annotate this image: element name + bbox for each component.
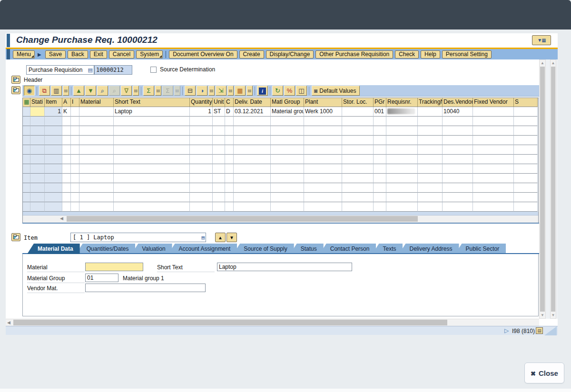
views-icon[interactable]: ◑: [197, 86, 207, 96]
cell-sel[interactable]: [23, 164, 30, 174]
cell-stor_loc[interactable]: [342, 164, 374, 174]
resize-grip[interactable]: [544, 326, 557, 335]
cell-plant[interactable]: [304, 164, 342, 174]
table-row-empty[interactable]: [23, 136, 538, 145]
personal-setting-button[interactable]: Personal Setting: [442, 50, 492, 59]
cell-stat[interactable]: [30, 126, 45, 136]
delete-icon[interactable]: ▥: [51, 86, 62, 96]
column-header-pgr[interactable]: PGr: [374, 98, 386, 107]
cell-plant[interactable]: [304, 202, 342, 212]
cell-a[interactable]: [62, 117, 71, 126]
clipboard-icon[interactable]: ◫: [296, 86, 307, 96]
cell-c[interactable]: [225, 126, 234, 136]
cell-stor_loc[interactable]: [342, 193, 374, 202]
sort-descending-icon[interactable]: ▼: [85, 86, 96, 96]
cell-des_vendor[interactable]: [443, 136, 473, 145]
column-header-i[interactable]: I: [71, 98, 79, 107]
column-header-matl_group[interactable]: Matl Group: [271, 98, 304, 107]
menu-button[interactable]: Menu: [13, 50, 35, 59]
column-header-select-all[interactable]: ▦: [23, 98, 30, 107]
cell-short_text[interactable]: [114, 202, 190, 212]
cell-stat[interactable]: [30, 174, 45, 183]
source-determination-checkbox[interactable]: [150, 67, 157, 73]
cell-fixed_vendor[interactable]: [473, 193, 514, 202]
cell-item[interactable]: [45, 145, 62, 155]
views-menu-icon[interactable]: ▤: [208, 86, 215, 96]
cell-sel[interactable]: [23, 183, 30, 193]
table-row-empty[interactable]: [23, 193, 538, 202]
cell-fixed_vendor[interactable]: [473, 117, 514, 126]
cell-stat[interactable]: [30, 107, 45, 117]
cell-plant[interactable]: [304, 193, 342, 202]
tab-delivery-address[interactable]: Delivery Address: [399, 244, 459, 254]
print-icon[interactable]: ⊟: [185, 86, 196, 96]
cell-pgr[interactable]: [374, 202, 386, 212]
table-settings-icon[interactable]: ▦: [235, 86, 246, 96]
table-row-empty[interactable]: [23, 117, 538, 126]
cell-item[interactable]: [45, 174, 62, 183]
vendor-material-input[interactable]: [85, 284, 206, 292]
cell-des_vendor[interactable]: [443, 193, 473, 202]
tab-status[interactable]: Status: [290, 244, 324, 254]
cell-c[interactable]: [225, 155, 234, 164]
cell-quantity[interactable]: 1: [190, 107, 213, 117]
cell-deliv_date[interactable]: [234, 183, 271, 193]
cell-matl_group[interactable]: [271, 183, 304, 193]
combo-dropdown-icon[interactable]: ▤: [88, 67, 93, 73]
cell-s[interactable]: [514, 183, 538, 193]
cell-matl_group[interactable]: [271, 126, 304, 136]
cell-pgr[interactable]: [374, 145, 386, 155]
table-horizontal-scrollbar[interactable]: ◀: [23, 216, 538, 223]
cell-matl_group[interactable]: [271, 145, 304, 155]
cell-stor_loc[interactable]: [342, 155, 374, 164]
cell-plant[interactable]: [304, 155, 342, 164]
column-header-trackingno[interactable]: TrackingNo: [418, 98, 443, 107]
cell-short_text[interactable]: [114, 193, 190, 202]
cell-des_vendor[interactable]: [443, 155, 473, 164]
cell-s[interactable]: [514, 117, 538, 126]
default-values-button[interactable]: ◙Default Values: [312, 86, 360, 96]
cell-matl_group[interactable]: Material group: [271, 107, 304, 117]
outer-vertical-scrollbar[interactable]: ▲ ▼: [550, 59, 556, 319]
cell-matl_group[interactable]: [271, 136, 304, 145]
cell-short_text[interactable]: [114, 126, 190, 136]
scroll-left-icon[interactable]: ◀: [60, 216, 63, 221]
cell-i[interactable]: [71, 193, 79, 202]
cell-short_text[interactable]: Laptop: [114, 107, 190, 117]
table-row-empty[interactable]: [23, 164, 538, 174]
cell-plant[interactable]: [304, 174, 342, 183]
cell-a[interactable]: [62, 155, 71, 164]
page-horizontal-scrollbar[interactable]: ◀: [6, 319, 539, 326]
cell-unit[interactable]: [213, 202, 225, 212]
cell-i[interactable]: [71, 155, 79, 164]
cell-short_text[interactable]: [114, 155, 190, 164]
cell-i[interactable]: [71, 136, 79, 145]
cell-matl_group[interactable]: [271, 155, 304, 164]
status-list-icon[interactable]: ▤: [536, 327, 543, 334]
select-all-icon[interactable]: ▦: [24, 98, 29, 105]
cell-material[interactable]: [79, 107, 114, 117]
cell-deliv_date[interactable]: [234, 164, 271, 174]
cell-i[interactable]: [71, 126, 79, 136]
cell-matl_group[interactable]: [271, 164, 304, 174]
cell-requisnr[interactable]: [386, 202, 418, 212]
cell-trackingno[interactable]: [418, 202, 443, 212]
column-header-quantity[interactable]: Quantity: [190, 98, 213, 107]
cell-sel[interactable]: [23, 126, 30, 136]
cell-trackingno[interactable]: [418, 174, 443, 183]
cell-c[interactable]: [225, 117, 234, 126]
cell-requisnr[interactable]: [386, 174, 418, 183]
cell-des_vendor[interactable]: [443, 126, 473, 136]
refresh-icon[interactable]: ↻: [272, 86, 283, 96]
cell-short_text[interactable]: [114, 117, 190, 126]
cell-unit[interactable]: [213, 183, 225, 193]
gui-services-icon[interactable]: ▼▦: [532, 35, 551, 45]
cell-stat[interactable]: [30, 136, 45, 145]
cell-plant[interactable]: [304, 183, 342, 193]
cell-fixed_vendor[interactable]: [473, 202, 514, 212]
cell-requisnr[interactable]: [386, 136, 418, 145]
cell-c[interactable]: [225, 202, 234, 212]
find-icon[interactable]: ⌕: [97, 86, 108, 96]
cell-s[interactable]: [514, 136, 538, 145]
cell-pgr[interactable]: [374, 136, 386, 145]
